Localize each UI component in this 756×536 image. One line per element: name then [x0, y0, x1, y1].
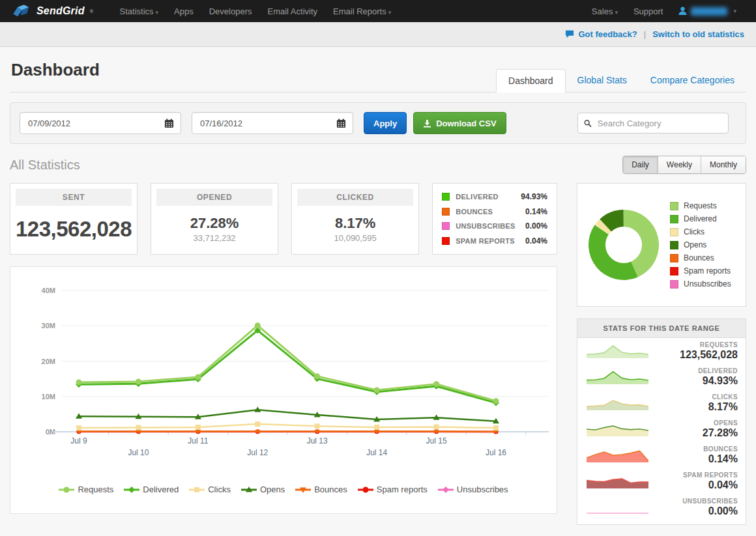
opened-count: 33,712,232 [156, 233, 272, 243]
filter-bar: Apply Download CSV [10, 102, 746, 144]
legend-item-spam-reports: Spam reports [358, 485, 428, 494]
calendar-icon[interactable] [336, 119, 346, 128]
download-csv-button[interactable]: Download CSV [413, 112, 506, 134]
clicked-card: CLICKED 8.17% 10,090,595 [291, 183, 419, 255]
svg-text:Jul 10: Jul 10 [128, 448, 149, 457]
svg-text:Jul 15: Jul 15 [426, 436, 447, 445]
nav-item-statistics[interactable]: Statistics▾ [112, 7, 167, 16]
rate-row-delivered: DELIVERED94.93% [442, 192, 547, 201]
svg-text:40M: 40M [42, 287, 55, 294]
feedback-divider: | [644, 29, 646, 39]
right-column: RequestsDeliveredClicksOpensBouncesSpam … [577, 183, 746, 525]
stats-row-opens: OPENS27.28% [577, 416, 746, 442]
range-monthly-button[interactable]: Monthly [701, 156, 746, 173]
volume-donut-panel: RequestsDeliveredClicksOpensBouncesSpam … [577, 183, 746, 307]
legend-item-unsubscribes: Unsubscribes [438, 485, 508, 494]
range-daily-button[interactable]: Daily [623, 156, 658, 173]
apply-button[interactable]: Apply [364, 112, 407, 134]
top-navbar: SendGrid ® Statistics▾ Apps Developers E… [0, 0, 756, 22]
sent-card-label: SENT [16, 189, 132, 206]
donut-legend-spam-reports: Spam reports [670, 266, 731, 275]
tab-bar: Dashboard Global Stats Compare Categorie… [496, 69, 746, 92]
stats-row-spam-reports: SPAM REPORTS0.04% [577, 468, 746, 494]
sent-value: 123,562,028 [16, 217, 132, 242]
user-icon [678, 7, 687, 16]
clicked-rate: 8.17% [297, 215, 413, 232]
bounces-sparkline [587, 447, 648, 464]
page-title: Dashboard [11, 60, 100, 80]
daily-stats-chart-panel: 0M10M20M30M40MJul 9Jul 10Jul 11Jul 12Jul… [10, 266, 557, 514]
range-weekly-button[interactable]: Weekly [658, 156, 701, 173]
feedback-bar: Got feedback? | Switch to old statistics [0, 22, 756, 47]
clicks-sparkline [587, 395, 648, 412]
section-title: All Statistics [10, 158, 80, 173]
donut-legend-bounces: Bounces [670, 253, 731, 262]
range-toggle: Daily Weekly Monthly [622, 156, 746, 174]
delivered-sparkline [587, 369, 648, 386]
nav-item-developers[interactable]: Developers [201, 7, 260, 16]
end-date-field[interactable] [192, 112, 353, 134]
daily-stats-line-chart: 0M10M20M30M40MJul 9Jul 10Jul 11Jul 12Jul… [10, 271, 557, 478]
all-statistics-row: All Statistics Daily Weekly Monthly [10, 156, 746, 174]
switch-old-statistics-link[interactable]: Switch to old statistics [652, 29, 744, 39]
legend-item-requests: Requests [59, 485, 113, 494]
donut-legend-opens: Opens [670, 240, 731, 249]
donut-legend-delivered: Delivered [670, 214, 731, 223]
nav-item-apps[interactable]: Apps [166, 7, 201, 16]
stats-row-requests: REQUESTS123,562,028 [577, 338, 746, 364]
opens-sparkline [587, 421, 648, 438]
nav-item-sales[interactable]: Sales▾ [584, 7, 626, 16]
spam-reports-sparkline [587, 473, 648, 490]
tab-compare-categories[interactable]: Compare Categories [639, 69, 746, 92]
calendar-icon[interactable] [164, 119, 174, 128]
rate-row-spam-reports: SPAM REPORTS0.04% [442, 236, 547, 246]
end-date-input[interactable] [199, 118, 316, 129]
spam-reports-swatch [442, 237, 450, 245]
legend-item-clicks: Clicks [189, 485, 231, 494]
volume-donut-chart [585, 206, 662, 283]
user-name-redacted [691, 7, 727, 16]
svg-text:Jul 12: Jul 12 [247, 448, 268, 457]
brand-registered-mark: ® [90, 8, 94, 14]
chart-legend: RequestsDeliveredClicksOpensBouncesSpam … [10, 485, 557, 494]
sendgrid-logo-icon [12, 3, 31, 19]
brand-name: SendGrid [36, 5, 85, 17]
unsubscribes-swatch [442, 222, 450, 230]
stats-row-bounces: BOUNCES0.14% [577, 442, 746, 468]
legend-item-opens: Opens [241, 485, 285, 494]
search-category-box[interactable] [577, 113, 729, 134]
chevron-down-icon: ▾ [156, 9, 159, 16]
sendgrid-logo[interactable]: SendGrid ® [12, 3, 94, 19]
user-menu[interactable]: ▾ [671, 7, 744, 16]
chevron-down-icon: ▾ [388, 9, 392, 16]
range-stats-header: STATS FOR THIS DATE RANGE [577, 319, 746, 338]
start-date-field[interactable] [20, 112, 181, 134]
stats-row-delivered: DELIVERED94.93% [577, 364, 746, 390]
chevron-down-icon: ▾ [733, 8, 736, 14]
svg-text:30M: 30M [42, 322, 55, 330]
opened-card-label: OPENED [156, 189, 272, 206]
tab-global-stats[interactable]: Global Stats [566, 69, 639, 92]
svg-text:10M: 10M [42, 393, 55, 401]
summary-cards-row: SENT 123,562,028 OPENED 27.28% 33,712,23… [10, 183, 557, 255]
tab-dashboard[interactable]: Dashboard [496, 69, 566, 92]
svg-text:20M: 20M [42, 358, 55, 365]
unsubscribes-sparkline [587, 499, 648, 516]
got-feedback-link[interactable]: Got feedback? [565, 29, 637, 39]
svg-text:Jul 16: Jul 16 [486, 448, 506, 457]
search-icon [584, 119, 592, 128]
nav-item-email-activity[interactable]: Email Activity [259, 7, 325, 16]
main-column: SENT 123,562,028 OPENED 27.28% 33,712,23… [10, 183, 557, 525]
legend-item-delivered: Delivered [124, 485, 179, 494]
clicked-card-label: CLICKED [297, 189, 413, 206]
start-date-input[interactable] [27, 118, 144, 129]
svg-text:Jul 9: Jul 9 [70, 436, 87, 445]
delivered-swatch [442, 193, 450, 201]
rate-row-unsubscribes: UNSUBSCRIBES0.00% [442, 221, 547, 231]
stats-row-unsubscribes: UNSUBSCRIBES0.00% [577, 494, 746, 520]
donut-legend-requests: Requests [670, 201, 731, 210]
search-category-input[interactable] [596, 118, 722, 129]
nav-item-email-reports[interactable]: Email Reports▾ [325, 7, 399, 16]
opened-card: OPENED 27.28% 33,712,232 [151, 183, 278, 255]
nav-item-support[interactable]: Support [626, 7, 671, 16]
